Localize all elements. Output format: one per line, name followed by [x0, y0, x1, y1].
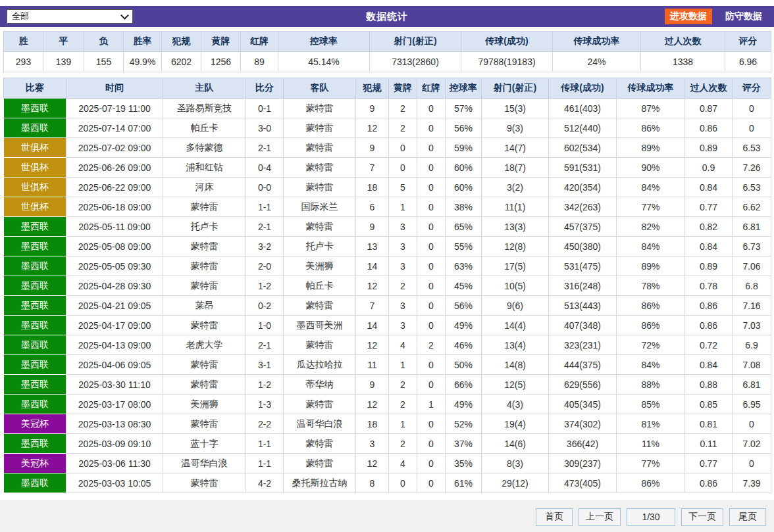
- match-cell: 2-2: [246, 414, 284, 434]
- match-cell: 托卢卡: [163, 217, 246, 237]
- match-cell: 4: [389, 335, 417, 355]
- match-row: 世俱杯2025-07-02 09:00多特蒙德2-1蒙特雷90059%14(7)…: [4, 138, 771, 158]
- match-cell: 2025-07-02 09:00: [66, 138, 163, 158]
- match-cell: 0: [733, 454, 771, 473]
- summary-header-cell: 犯规: [162, 32, 201, 52]
- prev-page-button[interactable]: 上一页: [579, 508, 621, 526]
- match-cell: 0: [417, 316, 446, 335]
- match-cell: 88%: [617, 375, 685, 395]
- match-cell: 78%: [617, 276, 685, 296]
- match-cell: 12(8): [482, 237, 549, 256]
- match-cell: 0: [733, 118, 771, 138]
- summary-header-cell: 传球(成功): [461, 32, 553, 52]
- match-row: 墨西联2025-07-19 11:00圣路易斯竞技0-1蒙特雷92057%15(…: [4, 99, 771, 118]
- match-cell: 2025-03-03 10:05: [66, 473, 163, 493]
- match-cell: 帕丘卡: [284, 276, 356, 296]
- match-cell: 0-1: [246, 99, 284, 118]
- match-cell: 60%: [446, 158, 482, 178]
- match-cell: 蒙特雷: [284, 395, 356, 414]
- match-cell: 14(8): [482, 355, 549, 375]
- match-cell: 0: [417, 197, 446, 217]
- match-cell: 0: [733, 414, 771, 434]
- summary-header-cell: 负: [84, 32, 124, 52]
- match-cell: 0.84: [685, 237, 733, 256]
- match-cell: 0: [417, 217, 446, 237]
- match-cell: 2025-03-30 11:10: [66, 375, 163, 395]
- match-cell: 老虎大学: [163, 335, 246, 355]
- match-cell: 84%: [617, 355, 685, 375]
- summary-value-cell: 6202: [162, 52, 201, 72]
- summary-value-cell: 6.96: [725, 52, 771, 72]
- match-cell: 309(237): [549, 454, 617, 473]
- match-row: 墨西联2025-03-30 11:10蒙特雷1-2蒂华纳92066%12(5)6…: [4, 375, 771, 395]
- match-cell: 12: [356, 118, 389, 138]
- matches-header-cell: 射门(射正): [482, 78, 549, 99]
- match-cell: 12(5): [482, 375, 549, 395]
- match-cell: 9(3): [482, 118, 549, 138]
- match-cell: 60%: [446, 178, 482, 197]
- match-cell: 1-1: [246, 197, 284, 217]
- match-cell: 66%: [446, 375, 482, 395]
- summary-header-cell: 胜: [4, 32, 43, 52]
- match-cell: 2025-04-17 09:00: [66, 316, 163, 335]
- match-row: 墨西联2025-07-14 07:00帕丘卡3-0蒙特雷122056%9(3)5…: [4, 118, 771, 138]
- match-cell: 4(3): [482, 395, 549, 414]
- matches-header-cell: 控球率: [446, 78, 482, 99]
- match-cell: 蒙特雷: [163, 316, 246, 335]
- match-cell: 2025-06-18 09:00: [66, 197, 163, 217]
- match-cell: 2: [417, 335, 446, 355]
- match-cell: 圣路易斯竞技: [163, 99, 246, 118]
- match-cell: 8: [356, 473, 389, 493]
- matches-header-cell: 犯规: [356, 78, 389, 99]
- match-cell: 1-3: [246, 395, 284, 414]
- match-cell: 蒙特雷: [284, 454, 356, 473]
- match-cell: 0.89: [685, 138, 733, 158]
- match-cell: 0.84: [685, 355, 733, 375]
- match-cell: 9: [356, 138, 389, 158]
- match-cell: 366(42): [549, 434, 617, 454]
- league-filter-dropdown[interactable]: 全部: [7, 9, 133, 24]
- match-cell: 56%: [446, 296, 482, 316]
- last-page-button[interactable]: 尾页: [729, 508, 766, 526]
- match-cell: 1: [389, 197, 417, 217]
- match-row: 世俱杯2025-06-18 09:00蒙特雷1-1国际米兰61038%11(1)…: [4, 197, 771, 217]
- match-cell: 10(5): [482, 276, 549, 296]
- match-row: 墨西联2025-04-17 09:00蒙特雷1-0墨西哥美洲143049%14(…: [4, 316, 771, 335]
- match-cell: 374(302): [549, 414, 617, 434]
- page-indicator[interactable]: 1/30: [627, 508, 675, 526]
- match-cell: 莱昂: [163, 296, 246, 316]
- matches-header-cell: 传球(成功): [549, 78, 617, 99]
- match-cell: 7.03: [733, 316, 771, 335]
- first-page-button[interactable]: 首页: [536, 508, 573, 526]
- match-cell: 342(263): [549, 197, 617, 217]
- match-cell: 2: [389, 434, 417, 454]
- match-cell: 18: [356, 414, 389, 434]
- match-cell: 12: [356, 276, 389, 296]
- match-cell: 0: [417, 296, 446, 316]
- matches-table: 比赛时间主队比分客队犯规黄牌红牌控球率射门(射正)传球(成功)传球成功率过人次数…: [3, 78, 771, 493]
- summary-header-cell: 胜率: [124, 32, 162, 52]
- summary-table: 胜平负胜率犯规黄牌红牌控球率射门(射正)传球(成功)传球成功率过人次数评分 29…: [3, 31, 771, 72]
- match-cell: 2025-03-17 08:00: [66, 395, 163, 414]
- league-badge: 墨西联: [4, 316, 66, 335]
- match-cell: 2-0: [246, 256, 284, 276]
- next-page-button[interactable]: 下一页: [681, 508, 723, 526]
- tab-attack-data[interactable]: 进攻数据: [665, 9, 712, 24]
- match-cell: 0.85: [685, 395, 733, 414]
- match-cell: 蒙特雷: [163, 473, 246, 493]
- match-cell: 6: [356, 197, 389, 217]
- summary-header-cell: 传球成功率: [553, 32, 641, 52]
- league-badge: 世俱杯: [4, 197, 66, 217]
- match-cell: 63%: [446, 256, 482, 276]
- match-cell: 7.06: [733, 256, 771, 276]
- match-cell: 0.77: [685, 454, 733, 473]
- league-badge: 墨西联: [4, 375, 66, 395]
- match-cell: 4: [389, 454, 417, 473]
- match-cell: 38%: [446, 197, 482, 217]
- match-cell: 2025-04-13 09:00: [66, 335, 163, 355]
- tab-defense-data[interactable]: 防守数据: [720, 9, 767, 24]
- match-cell: 0.86: [685, 296, 733, 316]
- match-cell: 0.84: [685, 178, 733, 197]
- match-cell: 美洲狮: [163, 395, 246, 414]
- match-cell: 2025-03-06 11:30: [66, 454, 163, 473]
